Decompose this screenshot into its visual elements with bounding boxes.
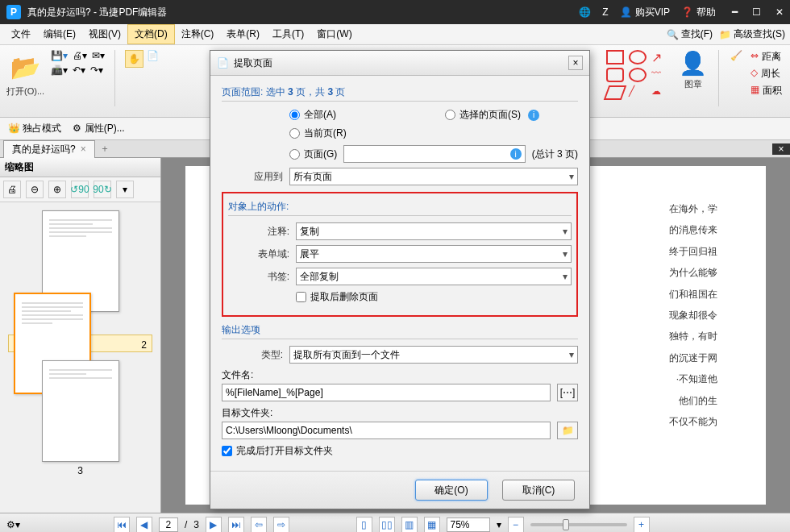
print-icon[interactable]: 🖨▾ xyxy=(73,50,87,61)
folder-input[interactable] xyxy=(222,422,551,439)
layout-cont-icon[interactable]: ▯▯ xyxy=(379,517,395,533)
open-after-checkbox[interactable]: 完成后打开目标文件夹 xyxy=(222,444,333,458)
close-button[interactable]: ✕ xyxy=(775,6,784,18)
last-page-button[interactable]: ⏭ xyxy=(228,517,244,533)
minimize-button[interactable]: ━ xyxy=(732,6,738,18)
tab-close-icon[interactable]: × xyxy=(81,143,86,155)
menu-document[interactable]: 文档(D) xyxy=(127,24,175,44)
chevron-down-icon: ▾ xyxy=(569,171,574,182)
doc-tab[interactable]: 真的是好运吗? × xyxy=(3,140,95,158)
area-icon: ▦ xyxy=(750,84,759,98)
dialog-icon: 📄 xyxy=(217,57,229,69)
buy-vip-button[interactable]: 👤 购买VIP xyxy=(620,6,670,19)
thumb-tool-zoomout[interactable]: ⊖ xyxy=(26,181,44,198)
extract-pages-dialog: 📄 提取页面 × 页面范围: 选中 3 页，共 3 页 全部(A) 选择的页面(… xyxy=(210,50,590,509)
layout-book-icon[interactable]: ▦ xyxy=(424,517,440,533)
tabbar-close-button[interactable]: × xyxy=(772,143,790,155)
dialog-buttons: 确定(O) 取消(C) xyxy=(210,471,589,509)
filename-macro-button[interactable]: [⋯] xyxy=(557,384,578,401)
adv-find-button[interactable]: 📁 高级查找(S) xyxy=(719,27,785,41)
filename-label: 文件名: xyxy=(222,368,578,382)
help-button[interactable]: ❓ 帮助 xyxy=(681,6,716,19)
status-options-icon[interactable]: ⚙▾ xyxy=(6,519,20,530)
output-type-select[interactable]: 提取所有页面到一个文件▾ xyxy=(289,346,578,364)
thumbnail-panel: 缩略图 🖨 ⊖ ⊕ ↺90 90↻ ▾ 1 2 3 xyxy=(0,158,161,513)
zoom-dd-icon[interactable]: ▾ xyxy=(497,519,501,530)
menu-form[interactable]: 表单(R) xyxy=(220,25,266,44)
apply-to-select[interactable]: 所有页面▾ xyxy=(289,168,578,185)
redo-icon[interactable]: ↷▾ xyxy=(90,64,103,76)
layout-single-icon[interactable]: ▯ xyxy=(356,517,372,533)
globe-icon[interactable]: 🌐 xyxy=(579,6,591,18)
tab-add-button[interactable]: ＋ xyxy=(100,142,110,156)
radio-selected[interactable]: 选择的页面(S)i xyxy=(445,108,539,122)
user-letter[interactable]: Z xyxy=(602,6,608,18)
thumb-tool-zoomin[interactable]: ⊕ xyxy=(48,181,66,198)
doc-name: 真的是好运吗? xyxy=(27,6,91,18)
exclusive-mode-button[interactable]: 👑 独占模式 xyxy=(8,122,61,135)
delete-after-checkbox[interactable]: 提取后删除页面 xyxy=(296,290,378,304)
stamp-button[interactable]: 👤 图章 xyxy=(679,50,707,90)
hand-tool-icon[interactable]: ✋ xyxy=(125,50,143,68)
layout-facing-icon[interactable]: ▥ xyxy=(401,517,418,533)
select-tool-icon[interactable]: 📄 xyxy=(147,50,159,68)
menu-tools[interactable]: 工具(T) xyxy=(266,25,310,44)
mail-icon[interactable]: ✉▾ xyxy=(92,50,105,61)
thumbnail-page-3[interactable]: 3 xyxy=(42,360,119,476)
thumb-tool-rotate-right[interactable]: 90↻ xyxy=(94,181,111,198)
thumb-tool-rotate-left[interactable]: ↺90 xyxy=(71,181,89,198)
open-button[interactable]: 📂 打开(O)... xyxy=(6,50,44,98)
radio-current[interactable]: 当前页(R) xyxy=(289,127,347,140)
page-range-label: 页面范围: 选中 3 页，共 3 页 xyxy=(222,85,578,102)
measure-perimeter[interactable]: ◇周长 xyxy=(750,67,782,81)
measure-area[interactable]: ▦面积 xyxy=(750,84,782,98)
ok-button[interactable]: 确定(O) xyxy=(415,480,488,501)
first-page-button[interactable]: ⏮ xyxy=(114,517,130,533)
folder-label: 目标文件夹: xyxy=(222,406,578,420)
info-icon[interactable]: i xyxy=(528,110,539,121)
filename-input[interactable] xyxy=(222,384,551,401)
undo-icon[interactable]: ↶▾ xyxy=(73,64,85,76)
prev-page-button[interactable]: ◀ xyxy=(136,517,152,533)
find-button[interactable]: 🔍 查找(F) xyxy=(667,27,713,41)
scan-icon[interactable]: 📠▾ xyxy=(51,64,68,76)
nav-back-button[interactable]: ⇦ xyxy=(251,517,267,533)
thumb-tool-print[interactable]: 🖨 xyxy=(3,181,21,198)
menu-file[interactable]: 文件 xyxy=(5,25,37,44)
thumb-tool-menu[interactable]: ▾ xyxy=(116,181,134,198)
zoom-input[interactable] xyxy=(447,517,490,532)
measure-distance[interactable]: ⇔距离 xyxy=(750,50,782,64)
menu-edit[interactable]: 编辑(E) xyxy=(37,25,82,44)
menu-comment[interactable]: 注释(C) xyxy=(175,25,221,44)
pages-input[interactable]: i xyxy=(343,145,525,163)
annotations-select[interactable]: 复制▾ xyxy=(296,222,572,240)
shape-palette[interactable]: ↗ 〰 ╱☁ xyxy=(606,50,671,100)
page-current-input[interactable] xyxy=(159,517,178,532)
app-name: 迅捷PDF编辑器 xyxy=(99,6,167,18)
distance-icon: ⇔ xyxy=(750,50,759,64)
thumbnail-header: 缩略图 xyxy=(0,158,160,177)
zoom-in-button[interactable]: + xyxy=(634,517,650,533)
radio-pages[interactable]: 页面(G) xyxy=(289,148,337,161)
dialog-close-button[interactable]: × xyxy=(568,56,583,70)
radio-all[interactable]: 全部(A) xyxy=(289,108,336,122)
formfields-select[interactable]: 展平▾ xyxy=(296,245,572,263)
maximize-button[interactable]: ☐ xyxy=(752,6,761,18)
eraser-button[interactable]: 🧹 xyxy=(730,50,742,61)
zoom-out-button[interactable]: − xyxy=(508,517,524,533)
cancel-button[interactable]: 取消(C) xyxy=(502,480,575,501)
zoom-slider[interactable] xyxy=(530,523,627,526)
info-icon[interactable]: i xyxy=(510,148,522,160)
actions-label: 对象上的动作: xyxy=(228,200,572,216)
menu-window[interactable]: 窗口(W) xyxy=(310,25,358,44)
save-icon[interactable]: 💾▾ xyxy=(51,50,68,61)
properties-button[interactable]: ⚙ 属性(P)... xyxy=(73,122,124,135)
menu-view[interactable]: 视图(V) xyxy=(82,25,127,44)
bookmarks-select[interactable]: 全部复制▾ xyxy=(296,268,572,285)
browse-folder-button[interactable]: 📁 xyxy=(557,422,578,439)
chevron-down-icon: ▾ xyxy=(563,248,568,260)
next-page-button[interactable]: ▶ xyxy=(206,517,222,533)
thumbnail-page-2[interactable]: 2 xyxy=(8,335,152,352)
nav-fwd-button[interactable]: ⇨ xyxy=(273,517,289,533)
dialog-titlebar[interactable]: 📄 提取页面 × xyxy=(210,51,589,76)
